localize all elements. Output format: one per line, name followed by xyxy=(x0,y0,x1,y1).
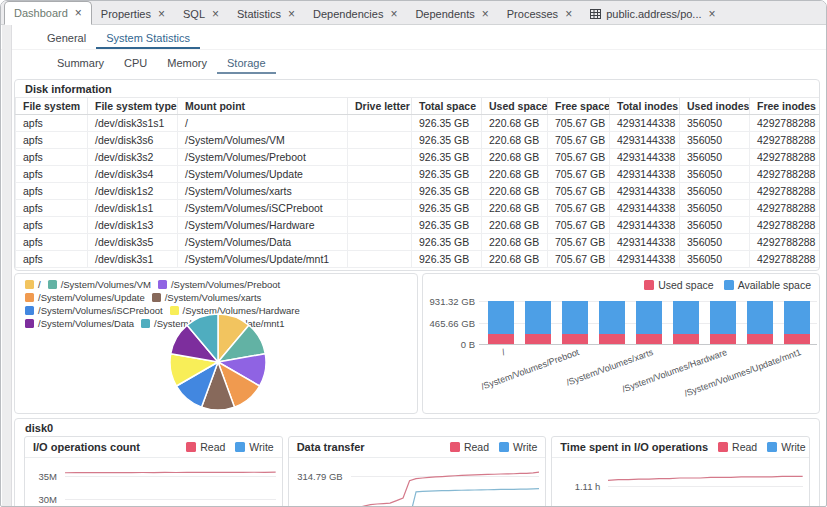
table-cell: 926.35 GB xyxy=(412,217,482,234)
y-tick-label: 30M xyxy=(25,494,57,505)
chart-plot: 314.79 GB xyxy=(289,458,546,507)
table-cell xyxy=(348,234,412,251)
column-header-used-space: Used space xyxy=(482,98,548,115)
pie-legend-item-system-volumes-data[interactable]: /System/Volumes/Data xyxy=(25,318,134,329)
legend-item-read[interactable]: Read xyxy=(186,441,225,453)
pie-legend-item-system-volumes-iscpreboot[interactable]: /System/Volumes/iSCPreboot xyxy=(25,305,163,316)
legend-swatch xyxy=(152,293,161,302)
bar-y-tick-label: 931.32 GB xyxy=(423,296,475,307)
table-cell xyxy=(348,115,412,132)
column-header-mount-point: Mount point xyxy=(178,98,348,115)
tab-close-icon[interactable]: × xyxy=(390,9,397,19)
table-cell: 4293144338 xyxy=(610,132,680,149)
stats-tab-cpu[interactable]: CPU xyxy=(114,54,157,74)
table-cell: 705.67 GB xyxy=(548,234,610,251)
bar-segment-used-space xyxy=(784,334,810,344)
legend-swatch xyxy=(48,280,57,289)
legend-item-write[interactable]: Write xyxy=(499,441,537,453)
table-cell: 926.35 GB xyxy=(412,132,482,149)
table-cell: 220.68 GB xyxy=(482,149,548,166)
table-cell: 926.35 GB xyxy=(412,115,482,132)
table-cell: 926.35 GB xyxy=(412,166,482,183)
bar-y-tick-label: 0 B xyxy=(423,339,475,350)
table-cell: 220.68 GB xyxy=(482,251,548,268)
chart-plot: 1.11 h xyxy=(552,458,809,507)
disk0-panel: disk0 I/O operations countReadWrite35M30… xyxy=(14,418,820,507)
chart-legend: ReadWrite xyxy=(708,441,805,453)
table-cell: 220.68 GB xyxy=(482,183,548,200)
bar-segment-used-space xyxy=(488,334,514,344)
stats-tab-memory[interactable]: Memory xyxy=(157,54,217,74)
legend-item-read[interactable]: Read xyxy=(450,441,489,453)
tab-close-icon[interactable]: × xyxy=(482,9,489,19)
chart-card-header: I/O operations countReadWrite xyxy=(25,437,282,458)
table-cell xyxy=(348,166,412,183)
tab-close-icon[interactable]: × xyxy=(288,9,295,19)
tab-close-icon[interactable]: × xyxy=(565,9,572,19)
legend-item-read[interactable]: Read xyxy=(718,441,757,453)
chart-plot: 35M30M xyxy=(25,458,282,507)
table-cell: 4292788288 xyxy=(750,166,821,183)
table-cell: 220.68 GB xyxy=(482,132,548,149)
pie-legend-item-system-volumes-preboot[interactable]: /System/Volumes/Preboot xyxy=(158,279,280,290)
table-cell: 4293144338 xyxy=(610,217,680,234)
stats-tab-summary[interactable]: Summary xyxy=(47,54,114,74)
tab-statistics[interactable]: Statistics× xyxy=(228,3,304,24)
table-cell xyxy=(348,251,412,268)
pie-legend-item-system-volumes-vm[interactable]: /System/Volumes/VM xyxy=(48,279,151,290)
table-cell: 356050 xyxy=(680,149,750,166)
table-cell: 926.35 GB xyxy=(412,234,482,251)
chart-card-header: Data transferReadWrite xyxy=(289,437,546,458)
tab-close-icon[interactable]: × xyxy=(709,9,716,19)
tab-close-icon[interactable]: × xyxy=(158,9,165,19)
table-cell: 4293144338 xyxy=(610,166,680,183)
table-cell: 356050 xyxy=(680,251,750,268)
stats-tab-storage[interactable]: Storage xyxy=(217,54,276,74)
table-cell: 356050 xyxy=(680,217,750,234)
tab-sql[interactable]: SQL× xyxy=(174,3,228,24)
dashboard-tab-general[interactable]: General xyxy=(37,29,96,49)
tab-label: public.address/po... xyxy=(606,8,701,20)
read-line xyxy=(608,476,803,480)
bar-segment-available-space xyxy=(636,301,662,334)
tab-dependents[interactable]: Dependents× xyxy=(406,3,497,24)
tab-processes[interactable]: Processes× xyxy=(498,3,581,24)
tab-dashboard[interactable]: Dashboard× xyxy=(4,1,92,25)
table-cell: apfs xyxy=(16,234,88,251)
table-cell: /System/Volumes/Hardware xyxy=(178,217,348,234)
tab-dependencies[interactable]: Dependencies× xyxy=(304,3,406,24)
y-tick-label: 1.11 h xyxy=(552,481,600,492)
table-cell: /dev/disk3s2 xyxy=(88,149,178,166)
dashboard-tab-system-statistics[interactable]: System Statistics xyxy=(96,29,200,49)
pie-legend-item-system-volumes-xarts[interactable]: /System/Volumes/xarts xyxy=(152,292,262,303)
tab-close-icon[interactable]: × xyxy=(212,9,219,19)
legend-item-write[interactable]: Write xyxy=(235,441,273,453)
chart-title: I/O operations count xyxy=(33,441,140,453)
write-swatch xyxy=(235,442,245,452)
table-cell: 220.68 GB xyxy=(482,166,548,183)
tab-properties[interactable]: Properties× xyxy=(92,3,174,24)
tab-label: Statistics xyxy=(237,8,281,20)
read-swatch xyxy=(450,442,460,452)
bar-segment-used-space xyxy=(636,334,662,344)
table-cell: 705.67 GB xyxy=(548,149,610,166)
legend-label: /System/Volumes/Update xyxy=(38,292,145,303)
bar-segment-used-space xyxy=(562,334,588,344)
table-cell: /System/Volumes/Update/mnt1 xyxy=(178,251,348,268)
pie-legend-item-system-volumes-update[interactable]: /System/Volumes/Update xyxy=(25,292,145,303)
tab-label: Dependents xyxy=(415,8,474,20)
tab-close-icon[interactable]: × xyxy=(75,8,82,18)
tab-public-address-po[interactable]: public.address/po...× xyxy=(581,3,724,24)
tab-label: Dashboard xyxy=(14,7,68,19)
pie-legend-item-[interactable]: / xyxy=(25,279,41,290)
table-cell: 356050 xyxy=(680,234,750,251)
legend-label: /System/Volumes/iSCPreboot xyxy=(38,305,163,316)
table-row: apfs/dev/disk1s1/System/Volumes/iSCPrebo… xyxy=(16,200,821,217)
table-cell: apfs xyxy=(16,166,88,183)
legend-item-write[interactable]: Write xyxy=(767,441,805,453)
write-swatch xyxy=(499,442,509,452)
table-cell: 705.67 GB xyxy=(548,217,610,234)
chart-card-i-o-operations-count: I/O operations countReadWrite35M30M xyxy=(24,436,283,507)
legend-swatch xyxy=(158,280,167,289)
table-cell: apfs xyxy=(16,251,88,268)
